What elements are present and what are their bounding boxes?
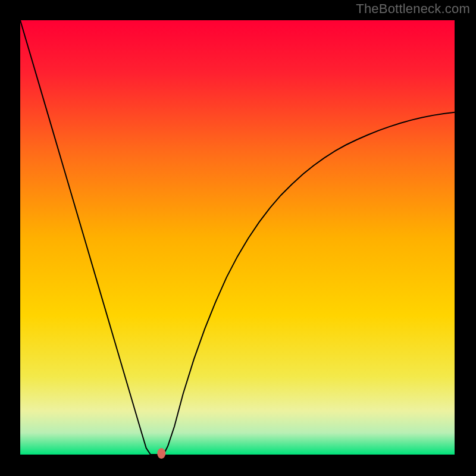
chart-stage: TheBottleneck.com	[0, 0, 476, 476]
optimum-marker	[157, 448, 165, 459]
watermark-text: TheBottleneck.com	[356, 1, 470, 17]
bottleneck-chart	[0, 0, 476, 476]
plot-area	[20, 20, 455, 455]
